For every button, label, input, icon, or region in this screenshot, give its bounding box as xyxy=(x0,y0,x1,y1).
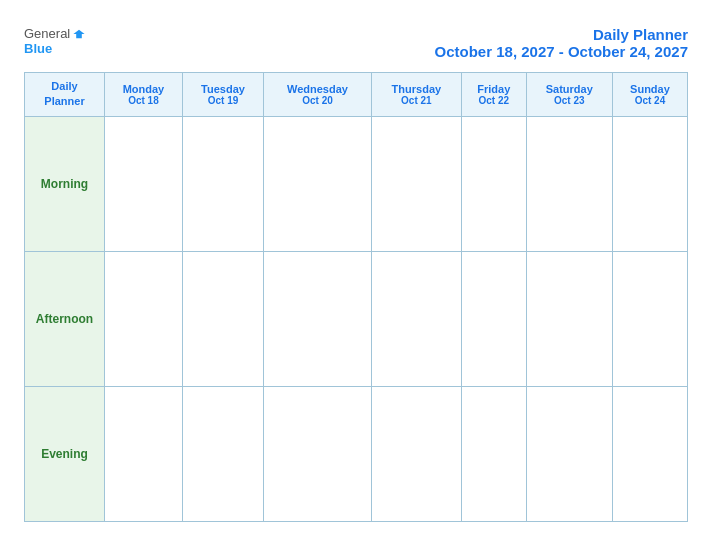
cell-tue-afternoon[interactable] xyxy=(182,251,263,386)
page: General Blue Daily Planner October 18, 2… xyxy=(6,10,706,540)
logo: General Blue xyxy=(24,26,86,56)
row-label-morning: Morning xyxy=(25,116,105,251)
col-header-wed: Wednesday Oct 20 xyxy=(264,73,372,117)
day-name-mon: Monday xyxy=(109,83,178,95)
table-row-afternoon: Afternoon xyxy=(25,251,688,386)
calendar-table: Daily Planner Monday Oct 18 Tuesday Oct … xyxy=(24,72,688,522)
title-block: Daily Planner October 18, 2027 - October… xyxy=(435,26,688,60)
day-date-fri: Oct 22 xyxy=(466,95,522,106)
col-header-fri: Friday Oct 22 xyxy=(461,73,526,117)
table-row-evening: Evening xyxy=(25,386,688,521)
cell-sat-afternoon[interactable] xyxy=(526,251,612,386)
cell-wed-afternoon[interactable] xyxy=(264,251,372,386)
cell-sun-evening[interactable] xyxy=(612,386,687,521)
cell-thu-evening[interactable] xyxy=(371,386,461,521)
cell-sat-evening[interactable] xyxy=(526,386,612,521)
cell-fri-afternoon[interactable] xyxy=(461,251,526,386)
day-date-thu: Oct 21 xyxy=(376,95,457,106)
header: General Blue Daily Planner October 18, 2… xyxy=(24,26,688,60)
cell-mon-afternoon[interactable] xyxy=(105,251,183,386)
day-date-mon: Oct 18 xyxy=(109,95,178,106)
col-header-sat: Saturday Oct 23 xyxy=(526,73,612,117)
cell-sun-morning[interactable] xyxy=(612,116,687,251)
col-header-tue: Tuesday Oct 19 xyxy=(182,73,263,117)
day-name-tue: Tuesday xyxy=(187,83,259,95)
col-header-mon: Monday Oct 18 xyxy=(105,73,183,117)
top-left-header: Daily Planner xyxy=(25,73,105,117)
cell-fri-morning[interactable] xyxy=(461,116,526,251)
cell-sat-morning[interactable] xyxy=(526,116,612,251)
col-header-sun: Sunday Oct 24 xyxy=(612,73,687,117)
row-label-evening: Evening xyxy=(25,386,105,521)
day-date-sat: Oct 23 xyxy=(531,95,608,106)
day-name-fri: Friday xyxy=(466,83,522,95)
day-name-sat: Saturday xyxy=(531,83,608,95)
title-date: October 18, 2027 - October 24, 2027 xyxy=(435,43,688,60)
day-name-wed: Wednesday xyxy=(268,83,367,95)
header-row: Daily Planner Monday Oct 18 Tuesday Oct … xyxy=(25,73,688,117)
logo-bird-icon xyxy=(72,27,86,41)
cell-thu-afternoon[interactable] xyxy=(371,251,461,386)
cell-mon-evening[interactable] xyxy=(105,386,183,521)
top-left-line2: Planner xyxy=(44,95,84,107)
day-name-sun: Sunday xyxy=(617,83,683,95)
day-date-wed: Oct 20 xyxy=(268,95,367,106)
logo-general-text: General xyxy=(24,26,70,41)
cell-mon-morning[interactable] xyxy=(105,116,183,251)
cell-thu-morning[interactable] xyxy=(371,116,461,251)
logo-blue-text: Blue xyxy=(24,41,52,56)
day-date-sun: Oct 24 xyxy=(617,95,683,106)
day-name-thu: Thursday xyxy=(376,83,457,95)
row-label-afternoon: Afternoon xyxy=(25,251,105,386)
title-main: Daily Planner xyxy=(435,26,688,43)
day-date-tue: Oct 19 xyxy=(187,95,259,106)
svg-marker-0 xyxy=(74,29,85,37)
cell-tue-morning[interactable] xyxy=(182,116,263,251)
col-header-thu: Thursday Oct 21 xyxy=(371,73,461,117)
top-left-line1: Daily xyxy=(51,80,77,92)
table-row-morning: Morning xyxy=(25,116,688,251)
cell-wed-evening[interactable] xyxy=(264,386,372,521)
cell-fri-evening[interactable] xyxy=(461,386,526,521)
cell-sun-afternoon[interactable] xyxy=(612,251,687,386)
cell-wed-morning[interactable] xyxy=(264,116,372,251)
cell-tue-evening[interactable] xyxy=(182,386,263,521)
